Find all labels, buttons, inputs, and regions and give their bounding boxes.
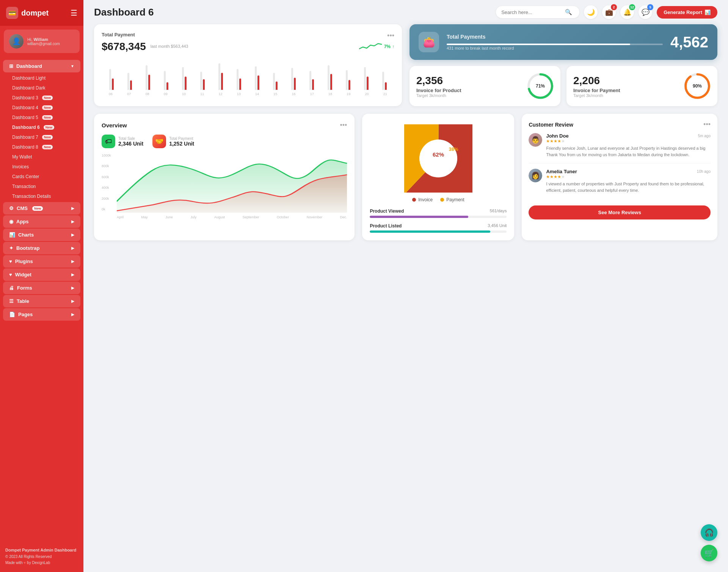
sidebar-item-dashboard-3[interactable]: Dashboard 3 New (0, 93, 83, 103)
see-more-reviews-button[interactable]: See More Reviews (529, 205, 711, 219)
x-label: August (214, 215, 225, 219)
invoice-product-label: Invoice for Product (416, 88, 461, 93)
bar-x-label: 17 (310, 92, 314, 96)
bar-x-label: 20 (365, 92, 369, 96)
sidebar-item-dashboard-8[interactable]: Dashboard 8 New (0, 142, 83, 152)
product-viewed-stat: Product Viewed 561/days (370, 208, 507, 218)
sidebar-item-my-wallet[interactable]: My Wallet (0, 152, 83, 162)
sidebar-item-invoices[interactable]: Invoices (0, 162, 83, 172)
search-box[interactable]: 🔍 (496, 6, 579, 18)
invoice-payment-card: 2,206 Invoice for Payment Target 3k/mont… (566, 66, 717, 106)
fab-support[interactable]: 🎧 (701, 524, 717, 541)
sidebar-item-dashboard-7[interactable]: Dashboard 7 New (0, 132, 83, 142)
bar-group (322, 65, 338, 90)
bar-chart: 06070809101112131415161718192021 (102, 60, 394, 96)
nav-cms[interactable]: ⚙ CMS New ▶ (3, 202, 80, 215)
nav-widget[interactable]: ♥ Widget ▶ (3, 268, 80, 281)
bar-red (276, 81, 278, 90)
sidebar-item-transaction[interactable]: Transaction (0, 182, 83, 191)
nav-plugins[interactable]: ♥ Plugins ▶ (3, 255, 80, 268)
avatar: 👤 (9, 34, 24, 49)
search-input[interactable] (501, 9, 562, 15)
bar-red (185, 77, 187, 90)
trend-sparkline (359, 41, 382, 52)
new-badge: New (32, 206, 43, 211)
footer-title: Dompet Payment Admin Dashboard (5, 547, 78, 554)
bar-group (103, 69, 119, 90)
generate-report-button[interactable]: Generate Report 📊 (657, 6, 717, 19)
sidebar-item-transaction-details[interactable]: Transaction Details (0, 191, 83, 201)
chevron-right-icon: ▶ (71, 206, 74, 210)
review-time-2: 10h ago (697, 169, 711, 174)
total-payment-card: Total Payment $678,345 last month $563,4… (94, 24, 402, 106)
nav-apps[interactable]: ◉ Apps ▶ (3, 215, 80, 228)
sidebar-item-dashboard-light[interactable]: Dashboard Light (0, 73, 83, 83)
nav-pages[interactable]: 📄 Pages ▶ (3, 308, 80, 321)
sidebar-item-dashboard-4[interactable]: Dashboard 4 New (0, 103, 83, 113)
nav-table[interactable]: ☰ Table ▶ (3, 295, 80, 307)
wallet-badge: 2 (611, 4, 617, 10)
nav-charts[interactable]: 📊 Charts ▶ (3, 229, 80, 241)
apps-label: Apps (16, 219, 29, 224)
overview-menu-dots[interactable]: ••• (340, 121, 347, 129)
chevron-right-icon: ▶ (71, 219, 74, 224)
sidebar: 💳 dompet ☰ 👤 Hi, William william@gmail.c… (0, 0, 83, 572)
y-label: 0k (102, 207, 115, 211)
cart-icon: 🛒 (704, 548, 714, 558)
bar-red (312, 79, 314, 90)
sidebar-item-cards-center[interactable]: Cards Center (0, 172, 83, 182)
nav-dashboard[interactable]: ⊞ Dashboard ▼ (3, 60, 80, 72)
bell-btn[interactable]: 🔔 12 (620, 5, 634, 19)
sidebar-header: 💳 dompet ☰ (0, 0, 83, 26)
nav-bootstrap[interactable]: ✦ Bootstrap ▶ (3, 242, 80, 254)
bar-red (385, 82, 387, 90)
bar-x-label: 13 (237, 92, 241, 96)
pages-icon: 📄 (9, 312, 15, 317)
bar-x-label: 11 (200, 92, 204, 96)
nav-forms[interactable]: 🖨 Forms ▶ (3, 282, 80, 294)
sidebar-logo[interactable]: 💳 dompet (6, 7, 49, 19)
product-value: 3,456 Unit (488, 223, 507, 229)
hamburger-icon[interactable]: ☰ (71, 8, 77, 17)
topbar-right: 🔍 🌙 💼 2 🔔 12 💬 5 Generate Report 📊 (496, 5, 717, 19)
pie-chart-card: 62% 38% Invoice Payment (362, 114, 514, 240)
chat-btn[interactable]: 💬 5 (639, 5, 652, 19)
bar-group (358, 67, 375, 90)
wallet-btn[interactable]: 💼 2 (602, 5, 616, 19)
invoice-product-donut: 71% (527, 73, 554, 99)
card-menu-dots[interactable]: ••• (387, 32, 394, 40)
widget-label: Widget (15, 272, 31, 277)
bar-x-label: 07 (127, 92, 131, 96)
tp-blue-progress-bar (447, 44, 663, 45)
moon-icon: 🌙 (587, 8, 595, 16)
sidebar-user[interactable]: 👤 Hi, William william@gmail.com (4, 30, 80, 53)
product-progress-fill (370, 230, 490, 233)
review-card-header: Customer Review ••• (529, 121, 711, 129)
fab-cart[interactable]: 🛒 (701, 545, 717, 561)
sale-icon: 🏷 (102, 135, 115, 148)
chevron-right-icon: ▶ (71, 246, 74, 250)
sidebar-item-dashboard-dark[interactable]: Dashboard Dark (0, 83, 83, 93)
x-label: Dec. (340, 215, 347, 219)
bar-red (239, 78, 241, 90)
overview-header: Overview ••• (102, 121, 347, 129)
dashboard-label: Dashboard (16, 63, 42, 69)
review-menu-dots[interactable]: ••• (703, 121, 711, 129)
bar-group (304, 71, 320, 90)
content: Total Payment $678,345 last month $563,4… (83, 24, 728, 251)
tp-blue-bar-fill (447, 44, 630, 45)
chevron-right-icon: ▶ (71, 299, 74, 303)
product-progress-bar (370, 230, 507, 233)
product-progress-fill (370, 216, 468, 218)
sidebar-item-dashboard-5[interactable]: Dashboard 5 New (0, 113, 83, 122)
sidebar-item-dashboard-6[interactable]: Dashboard 6 New (0, 122, 83, 132)
pie-chart-svg: 62% 38% (404, 124, 472, 193)
chart-icon: 📊 (704, 9, 711, 15)
invoice-legend: Invoice (412, 197, 433, 202)
plugins-label: Plugins (15, 259, 33, 264)
pie-legend: Invoice Payment (412, 197, 464, 202)
topbar: Dashboard 6 🔍 🌙 💼 2 🔔 12 💬 5 Gen (83, 0, 728, 24)
theme-toggle-btn[interactable]: 🌙 (584, 5, 598, 19)
bootstrap-icon: ✦ (9, 245, 13, 251)
fab-container: 🎧 🛒 (701, 524, 717, 561)
